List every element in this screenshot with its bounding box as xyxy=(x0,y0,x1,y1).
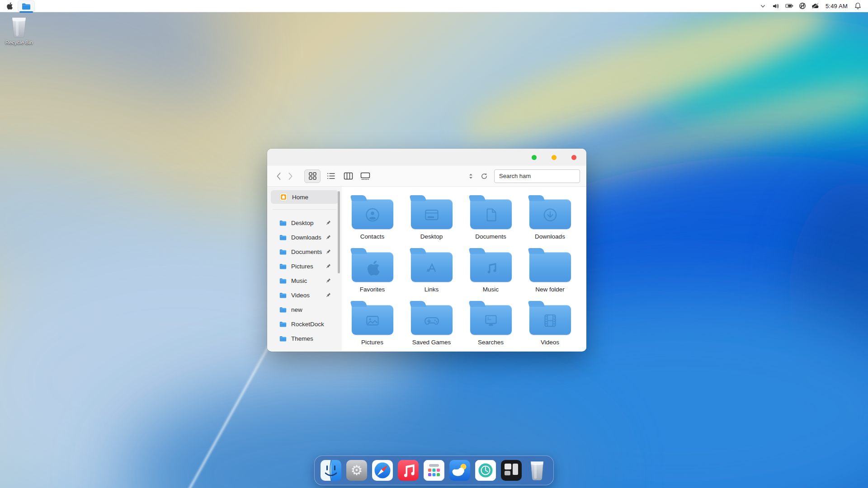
chevron-down-icon[interactable] xyxy=(759,2,767,10)
recycle-bin-label: Recycle Bin xyxy=(5,40,33,45)
globe-offline-icon[interactable] xyxy=(798,2,807,10)
pin-icon xyxy=(326,263,331,269)
window-titlebar[interactable] xyxy=(267,149,586,166)
folder-tile-new-folder[interactable]: New folder xyxy=(520,247,580,300)
sidebar-item-music[interactable]: Music xyxy=(271,274,338,287)
folder-tile-links[interactable]: Links xyxy=(402,247,461,300)
folder-tile-desktop[interactable]: Desktop xyxy=(402,194,461,247)
plain-folder-icon xyxy=(529,252,571,282)
safari-icon xyxy=(372,460,393,481)
folder-tile-contacts[interactable]: Contacts xyxy=(343,194,402,247)
apple-menu[interactable] xyxy=(0,0,18,12)
pin-icon xyxy=(326,220,331,225)
columns-view-button[interactable] xyxy=(341,170,355,183)
battery-charging-icon[interactable] xyxy=(785,2,793,10)
folder-tile-downloads[interactable]: Downloads xyxy=(520,194,580,247)
sidebar-item-desktop[interactable]: Desktop xyxy=(271,216,338,230)
pin-icon xyxy=(326,278,331,283)
folder-icon xyxy=(279,321,287,327)
videos-folder-icon xyxy=(529,305,571,335)
sidebar-item-rocketdock[interactable]: RocketDock xyxy=(271,317,338,331)
apple-logo-icon xyxy=(6,2,13,10)
volume-icon[interactable] xyxy=(772,2,780,10)
folder-tile-searches[interactable]: Searches xyxy=(461,300,520,352)
back-button[interactable] xyxy=(273,169,284,183)
folder-icon xyxy=(279,235,287,240)
forward-button[interactable] xyxy=(284,169,296,183)
clock[interactable]: 5:49 AM xyxy=(825,3,849,9)
sidebar-divider xyxy=(273,209,336,210)
dock-launchpad[interactable] xyxy=(424,460,444,481)
sidebar-item-documents[interactable]: Documents xyxy=(271,245,338,258)
menu-bar: 5:49 AM xyxy=(0,0,868,12)
search-input[interactable] xyxy=(494,169,580,183)
notification-bell-icon[interactable] xyxy=(854,2,862,10)
person-icon xyxy=(363,206,382,224)
cloud-off-icon[interactable] xyxy=(811,2,820,10)
window-icon xyxy=(423,206,441,224)
dock-time-machine[interactable] xyxy=(475,460,496,481)
maximize-button[interactable] xyxy=(552,155,557,160)
trash-basket-icon xyxy=(528,460,547,481)
sidebar-scrollbar[interactable] xyxy=(338,191,340,273)
trash-basket-icon xyxy=(9,15,29,39)
music-folder-icon xyxy=(470,252,512,282)
dock-finder[interactable] xyxy=(321,460,341,481)
sort-updown-icon xyxy=(469,174,473,179)
gallery-view-button[interactable] xyxy=(359,170,372,183)
dock-trash[interactable] xyxy=(527,460,547,481)
recycle-bin[interactable]: Recycle Bin xyxy=(3,15,35,45)
sidebar-item-home[interactable]: Home xyxy=(271,190,338,204)
film-strip-icon xyxy=(541,312,559,330)
downloads-folder-icon xyxy=(529,199,571,229)
close-button[interactable] xyxy=(571,155,576,160)
download-circle-icon xyxy=(541,206,559,224)
favorites-folder-icon xyxy=(352,252,393,282)
list-view-icon xyxy=(327,172,335,180)
home-icon xyxy=(279,193,288,201)
window-tiles-icon xyxy=(501,460,522,481)
folder-tile-music[interactable]: Music xyxy=(461,247,520,300)
dock-window-tiles[interactable] xyxy=(501,460,522,481)
minimize-button[interactable] xyxy=(532,155,537,160)
sidebar-item-downloads[interactable]: Downloads xyxy=(271,230,338,244)
finder-icon xyxy=(321,460,341,481)
searches-folder-icon xyxy=(470,305,512,335)
dock-weather[interactable] xyxy=(449,460,470,481)
sort-button[interactable] xyxy=(466,171,475,182)
folder-tile-videos[interactable]: Videos xyxy=(520,300,580,352)
window-toolbar xyxy=(267,166,586,187)
dock-settings[interactable]: ⚙ xyxy=(346,460,367,481)
game-controller-icon xyxy=(422,311,441,330)
desktop-folder-icon xyxy=(411,199,453,229)
pin-icon xyxy=(326,235,331,240)
sidebar-item-new[interactable]: new xyxy=(271,303,338,316)
dock-safari[interactable] xyxy=(372,460,393,481)
sidebar: Home Desktop Downloads Documents P xyxy=(267,187,342,351)
weather-icon xyxy=(449,460,470,481)
settings-gear-icon: ⚙ xyxy=(346,460,367,481)
sidebar-item-themes[interactable]: Themes xyxy=(271,332,338,345)
time-machine-icon xyxy=(475,460,496,481)
list-view-button[interactable] xyxy=(324,170,338,183)
sidebar-item-pictures[interactable]: Pictures xyxy=(271,259,338,273)
music-app-icon xyxy=(398,460,419,481)
folder-tile-documents[interactable]: Documents xyxy=(461,194,520,247)
gallery-view-icon xyxy=(360,172,370,180)
contacts-folder-icon xyxy=(352,199,393,229)
folder-tile-favorites[interactable]: Favorites xyxy=(343,247,402,300)
refresh-button[interactable] xyxy=(480,171,489,182)
folder-tile-saved-games[interactable]: Saved Games xyxy=(402,300,461,352)
grid-view-button[interactable] xyxy=(304,169,321,183)
links-folder-icon xyxy=(411,252,453,282)
taskbar-active-app-button[interactable] xyxy=(18,0,34,12)
folder-tile-pictures[interactable]: Pictures xyxy=(343,300,402,352)
document-icon xyxy=(482,206,500,224)
photo-icon xyxy=(363,312,382,330)
monitor-icon xyxy=(482,312,500,330)
blue-folder-icon xyxy=(22,3,31,10)
sidebar-item-videos[interactable]: Videos xyxy=(271,288,338,302)
dock-music[interactable] xyxy=(398,460,419,481)
refresh-icon xyxy=(481,173,488,180)
app-store-icon xyxy=(423,259,441,277)
